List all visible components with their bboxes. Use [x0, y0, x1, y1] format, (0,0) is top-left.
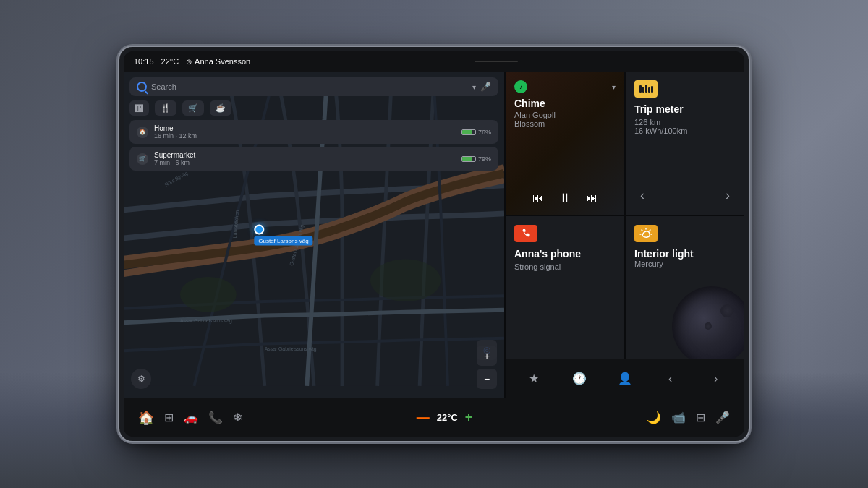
widget-music[interactable]: ▾ Chime Alan Gogoll Blossom ⏮ ⏸ ⏭ [506, 72, 624, 215]
music-expand-icon[interactable]: ▾ [612, 83, 616, 91]
home-dest-detail: 16 min · 12 km [154, 132, 456, 140]
filter-food[interactable]: 🍴 [155, 100, 176, 116]
temp-plus-btn[interactable]: + [465, 410, 473, 425]
status-time: 10:15 [134, 57, 154, 66]
search-text: Search [151, 82, 468, 91]
main-content: Röra Byväg Laulabäcken Gustaf Larsons vä… [124, 72, 744, 398]
right-panel: ▾ Chime Alan Gogoll Blossom ⏮ ⏸ ⏭ [506, 72, 744, 398]
bottom-nav: 🏠 ⊞ 🚗 📞 ❄ — 22°C + 🌙 📹 ⊟ 🎤 [124, 398, 744, 437]
home-battery-fill [462, 130, 472, 134]
menu-nav-btn[interactable]: ⊟ [696, 411, 705, 424]
map-panel[interactable]: Röra Byväg Laulabäcken Gustaf Larsons vä… [124, 72, 504, 398]
home-nav-btn[interactable]: 🏠 [138, 410, 154, 426]
light-widget-title: Interior light [634, 248, 736, 260]
right-bottom-nav: ★ 🕐 👤 ‹ › [506, 359, 744, 398]
favorites-nav-btn[interactable]: ★ [522, 367, 545, 390]
svg-rect-9 [639, 85, 642, 93]
nav-marker-dot [254, 224, 264, 234]
prev-button[interactable]: ⏮ [532, 192, 544, 205]
supermarket-dest-detail: 7 min · 6 km [154, 159, 456, 166]
user-name: Anna Svensson [195, 57, 250, 66]
supermarket-battery-bar [461, 156, 476, 162]
google-maps-icon [137, 82, 147, 92]
song-title: Chime [514, 98, 616, 109]
map-settings-button[interactable]: ⚙ [131, 369, 151, 389]
music-widget-header: ▾ [514, 80, 616, 93]
moon-crater-2 [705, 322, 712, 330]
supermarket-dest-icon: 🛒 [137, 153, 148, 165]
supermarket-dest-battery: 79% [461, 155, 491, 163]
trip-meter-icon [634, 80, 658, 98]
search-dropdown-icon: ▾ [472, 83, 476, 91]
trip-nav-arrows: ‹ › [634, 185, 736, 206]
status-bar: 10:15 22°C Anna Svensson [124, 51, 744, 72]
destination-list: 🏠 Home 16 min · 12 km [129, 120, 498, 171]
contacts-nav-btn[interactable]: 👤 [613, 367, 637, 390]
widget-grid: ▾ Chime Alan Gogoll Blossom ⏮ ⏸ ⏭ [506, 72, 744, 359]
light-widget-icon [634, 225, 658, 242]
nav-marker: Gustaf Larsons väg [254, 224, 312, 245]
car-nav-btn[interactable]: 🚗 [184, 411, 198, 424]
filter-parking[interactable]: 🅿 [129, 100, 149, 116]
status-temp: 22°C [161, 57, 179, 66]
svg-rect-13 [651, 86, 653, 93]
trip-next-arrow[interactable]: › [720, 185, 736, 206]
svg-text:Assar Gabrielssons väg: Assar Gabrielssons väg [180, 318, 232, 324]
home-dest-icon: 🏠 [137, 127, 148, 138]
filter-shopping[interactable]: 🛒 [182, 100, 204, 116]
temp-minus-btn[interactable]: — [417, 410, 430, 425]
home-battery-bar [461, 129, 476, 135]
map-zoom-out[interactable]: − [477, 369, 497, 389]
spotify-icon [514, 80, 527, 93]
phone-nav-btn[interactable]: 📞 [208, 411, 223, 424]
song-album: Blossom [514, 119, 616, 128]
filter-coffee[interactable]: ☕ [210, 100, 231, 116]
next-button[interactable]: ⏭ [586, 192, 597, 205]
right-prev-arrow[interactable]: ‹ [659, 367, 682, 390]
music-controls: ⏮ ⏸ ⏭ [514, 191, 616, 206]
light-widget-value: Mercury [634, 260, 736, 268]
svg-rect-12 [648, 87, 650, 93]
trip-meter-distance: 126 km [634, 118, 736, 127]
svg-point-1 [180, 277, 237, 312]
supermarket-battery-fill [462, 157, 472, 161]
camera-nav-btn[interactable]: 📹 [671, 411, 686, 424]
song-artist: Alan Gogoll [514, 111, 616, 119]
bottom-nav-right: 🌙 📹 ⊟ 🎤 [647, 411, 730, 424]
supermarket-dest-name: Supermarket [154, 151, 456, 159]
widget-light[interactable]: Interior light Mercury [626, 216, 744, 359]
svg-point-2 [370, 260, 441, 301]
map-search-bar: Search ▾ 🎤 🅿 🍴 🛒 ☕ [129, 77, 498, 171]
moon-background [672, 286, 744, 359]
voice-nav-btn[interactable]: 🎤 [715, 411, 730, 424]
climate-nav-btn[interactable]: ❄ [233, 411, 242, 424]
song-info: Chime Alan Gogoll Blossom [514, 98, 616, 185]
trip-meter-efficiency: 16 kWh/100km [634, 127, 736, 135]
sleep-nav-btn[interactable]: 🌙 [647, 411, 661, 424]
map-zoom-in[interactable]: + [477, 346, 497, 366]
svg-rect-10 [642, 87, 644, 93]
home-dest-name: Home [154, 124, 456, 132]
screen: 10:15 22°C Anna Svensson [124, 51, 744, 437]
apps-nav-btn[interactable]: ⊞ [164, 411, 174, 424]
right-next-arrow[interactable]: › [705, 367, 728, 390]
status-user: Anna Svensson [186, 57, 250, 66]
widget-trip[interactable]: Trip meter 126 km 16 kWh/100km ‹ › [626, 72, 744, 215]
search-input[interactable]: Search ▾ 🎤 [129, 77, 498, 96]
bottom-nav-left: 🏠 ⊞ 🚗 📞 ❄ [138, 410, 242, 426]
destination-supermarket[interactable]: 🛒 Supermarket 7 min · 6 km [129, 147, 498, 171]
phone-widget-title: Anna's phone [514, 248, 616, 260]
recent-nav-btn[interactable]: 🕐 [568, 367, 591, 390]
destination-home[interactable]: 🏠 Home 16 min · 12 km [129, 120, 498, 144]
home-dest-info: Home 16 min · 12 km [154, 124, 456, 140]
trip-prev-arrow[interactable]: ‹ [634, 185, 650, 206]
pause-button[interactable]: ⏸ [558, 191, 571, 206]
svg-rect-11 [645, 85, 647, 93]
home-battery-pct: 76% [478, 129, 491, 136]
search-mic-icon: 🎤 [480, 82, 491, 92]
filter-row: 🅿 🍴 🛒 ☕ [129, 100, 498, 116]
bottom-nav-center: — 22°C + [417, 410, 473, 425]
widget-phone[interactable]: Anna's phone Strong signal [506, 216, 624, 359]
supermarket-battery-pct: 79% [478, 155, 491, 163]
trip-meter-title: Trip meter [634, 103, 736, 115]
